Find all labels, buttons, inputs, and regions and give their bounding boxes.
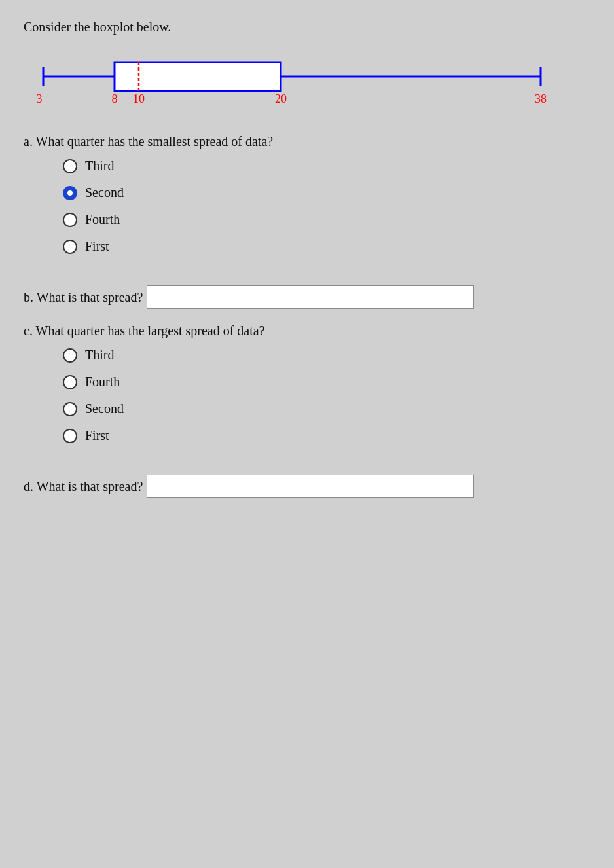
question-b-input[interactable] bbox=[147, 285, 474, 309]
option-c-first-label: First bbox=[85, 428, 109, 443]
question-a-options: Third Second Fourth First bbox=[63, 158, 590, 254]
radio-c-fourth[interactable] bbox=[63, 375, 77, 389]
question-c-options: Third Fourth Second First bbox=[63, 348, 590, 443]
svg-text:3: 3 bbox=[37, 92, 43, 105]
svg-text:10: 10 bbox=[133, 92, 145, 105]
option-c-fourth-label: Fourth bbox=[85, 374, 120, 389]
radio-c-third[interactable] bbox=[63, 348, 77, 363]
intro-text: Consider the boxplot below. bbox=[24, 20, 590, 35]
option-a-second[interactable]: Second bbox=[63, 185, 590, 200]
option-c-fourth[interactable]: Fourth bbox=[63, 374, 590, 389]
option-c-third[interactable]: Third bbox=[63, 348, 590, 363]
option-c-first[interactable]: First bbox=[63, 428, 590, 443]
question-d-input[interactable] bbox=[147, 475, 474, 498]
svg-text:8: 8 bbox=[112, 92, 118, 105]
radio-c-first[interactable] bbox=[63, 429, 77, 443]
radio-a-third[interactable] bbox=[63, 159, 77, 173]
svg-rect-2 bbox=[115, 62, 281, 91]
option-a-first-label: First bbox=[85, 239, 109, 254]
option-a-third[interactable]: Third bbox=[63, 158, 590, 173]
svg-text:20: 20 bbox=[275, 92, 287, 105]
option-c-third-label: Third bbox=[85, 348, 114, 363]
radio-c-second[interactable] bbox=[63, 402, 77, 416]
radio-a-fourth[interactable] bbox=[63, 213, 77, 227]
option-c-second[interactable]: Second bbox=[63, 401, 590, 416]
question-b: b. What is that spread? bbox=[24, 285, 590, 309]
radio-a-first[interactable] bbox=[63, 240, 77, 254]
boxplot-svg: 3 8 10 20 38 bbox=[30, 50, 567, 116]
option-a-fourth-label: Fourth bbox=[85, 212, 120, 227]
boxplot-container: 3 8 10 20 38 bbox=[30, 50, 567, 116]
question-b-label: b. What is that spread? bbox=[24, 290, 143, 305]
question-a-label: a. What quarter has the smallest spread … bbox=[24, 134, 590, 149]
question-c: c. What quarter has the largest spread o… bbox=[24, 323, 590, 443]
option-c-second-label: Second bbox=[85, 401, 124, 416]
question-d-label: d. What is that spread? bbox=[24, 479, 143, 494]
radio-a-second[interactable] bbox=[63, 186, 77, 200]
option-a-first[interactable]: First bbox=[63, 239, 590, 254]
question-c-label: c. What quarter has the largest spread o… bbox=[24, 323, 590, 338]
svg-text:38: 38 bbox=[535, 92, 547, 105]
option-a-fourth[interactable]: Fourth bbox=[63, 212, 590, 227]
question-d: d. What is that spread? bbox=[24, 475, 590, 498]
option-a-third-label: Third bbox=[85, 158, 114, 173]
question-a: a. What quarter has the smallest spread … bbox=[24, 134, 590, 254]
option-a-second-label: Second bbox=[85, 185, 124, 200]
